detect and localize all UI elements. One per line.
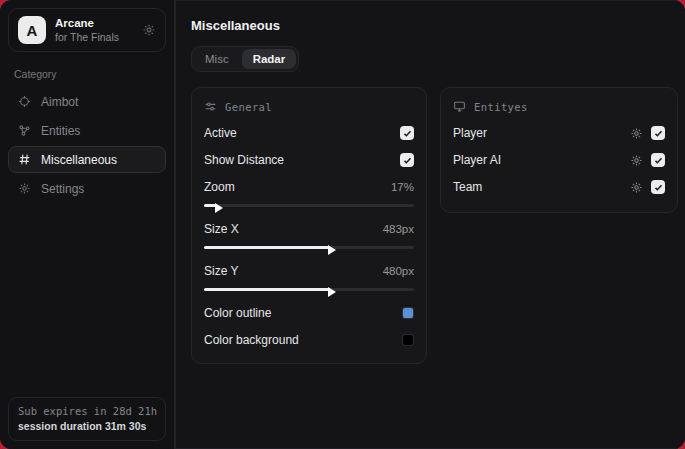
entity-label: Player AI: [453, 153, 501, 167]
entity-checkbox[interactable]: [651, 153, 665, 167]
general-card: General Active Show Distance Zoom: [191, 87, 427, 364]
app-logo-avatar: A: [18, 16, 46, 44]
sidebar: A Arcane for The Finals Category: [0, 0, 175, 449]
grid-icon: [18, 153, 31, 166]
size-y-label: Size Y: [204, 264, 238, 278]
sub-expires-text: Sub expires in 28d 21h: [18, 405, 156, 417]
tab-content: General Active Show Distance Zoom: [191, 87, 678, 364]
sidebar-nav: Aimbot Entities Miscellaneous: [8, 88, 166, 202]
app-logo-box: A Arcane for The Finals: [8, 8, 166, 52]
size-x-row: Size X 483px: [204, 218, 414, 240]
color-background-label: Color background: [204, 333, 299, 347]
sidebar-item-settings[interactable]: Settings: [8, 175, 166, 202]
entity-row-player: Player: [453, 122, 665, 144]
active-checkbox[interactable]: [400, 126, 414, 140]
zoom-row: Zoom 17%: [204, 176, 414, 198]
sidebar-item-label: Miscellaneous: [41, 153, 117, 167]
color-background-swatch[interactable]: [402, 334, 414, 346]
size-y-value: 480px: [383, 265, 414, 277]
color-outline-swatch[interactable]: [402, 307, 414, 319]
entity-row-player-ai: Player AI: [453, 149, 665, 171]
crosshair-icon: [18, 95, 31, 108]
app-window: A Arcane for The Finals Category: [0, 0, 685, 449]
entity-label: Player: [453, 126, 487, 140]
slider-thumb[interactable]: [328, 287, 336, 297]
app-name: Arcane: [55, 16, 133, 30]
size-x-value: 483px: [383, 223, 414, 235]
subscription-info-box: Sub expires in 28d 21h session duration …: [8, 397, 166, 441]
color-outline-row: Color outline: [204, 302, 414, 324]
sidebar-item-label: Entities: [41, 124, 80, 138]
entity-checkbox[interactable]: [651, 126, 665, 140]
card-title: Entityes: [474, 101, 528, 113]
tune-icon: [204, 100, 217, 113]
show-distance-label: Show Distance: [204, 153, 284, 167]
tab-radar[interactable]: Radar: [242, 49, 297, 69]
entity-row-team: Team: [453, 176, 665, 198]
entities-icon: [18, 124, 31, 137]
sidebar-item-label: Aimbot: [41, 95, 78, 109]
zoom-value: 17%: [391, 181, 414, 193]
session-duration-text: session duration 31m 30s: [18, 420, 156, 432]
sidebar-item-aimbot[interactable]: Aimbot: [8, 88, 166, 115]
size-x-slider[interactable]: [204, 242, 414, 252]
gear-icon[interactable]: [630, 181, 643, 194]
size-y-slider[interactable]: [204, 284, 414, 294]
tab-misc[interactable]: Misc: [194, 49, 240, 69]
slider-thumb[interactable]: [328, 245, 336, 255]
entity-checkbox[interactable]: [651, 180, 665, 194]
size-y-row: Size Y 480px: [204, 260, 414, 282]
active-row: Active: [204, 122, 414, 144]
entities-card: Entityes Player: [440, 87, 678, 213]
size-x-label: Size X: [204, 222, 239, 236]
show-distance-checkbox[interactable]: [400, 153, 414, 167]
tab-bar: Misc Radar: [191, 46, 299, 72]
zoom-slider[interactable]: [204, 200, 414, 210]
sidebar-item-entities[interactable]: Entities: [8, 117, 166, 144]
app-subtitle: for The Finals: [55, 31, 133, 44]
gear-icon[interactable]: [630, 154, 643, 167]
gear-icon[interactable]: [630, 127, 643, 140]
active-label: Active: [204, 126, 237, 140]
category-label: Category: [14, 68, 160, 80]
entity-label: Team: [453, 180, 482, 194]
card-title: General: [225, 101, 272, 113]
page-title: Miscellaneous: [191, 18, 678, 33]
gear-icon: [18, 182, 31, 195]
slider-thumb[interactable]: [215, 203, 223, 213]
gear-icon[interactable]: [142, 23, 156, 37]
zoom-label: Zoom: [204, 180, 235, 194]
sidebar-item-label: Settings: [41, 182, 84, 196]
color-background-row: Color background: [204, 329, 414, 351]
sidebar-item-miscellaneous[interactable]: Miscellaneous: [8, 146, 166, 173]
main-panel: Miscellaneous Misc Radar General Active: [175, 0, 685, 449]
monitor-icon: [453, 100, 466, 113]
color-outline-label: Color outline: [204, 306, 271, 320]
show-distance-row: Show Distance: [204, 149, 414, 171]
